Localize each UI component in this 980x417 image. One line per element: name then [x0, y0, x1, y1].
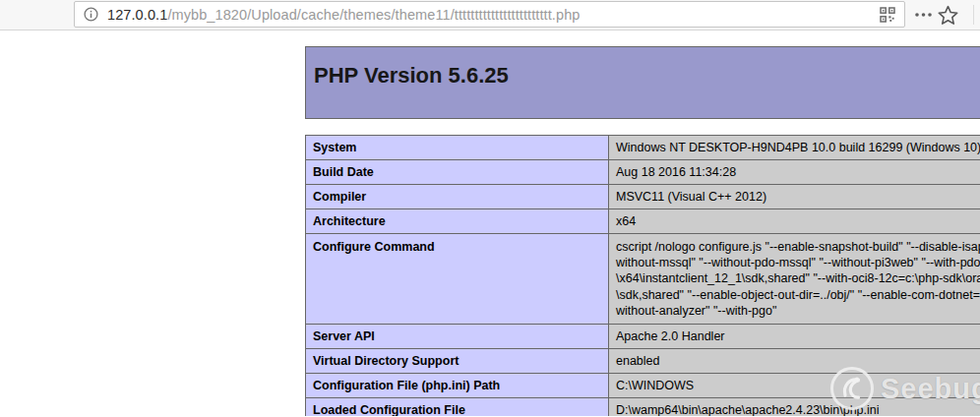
page-viewport: PHP Version 5.6.25 System Windows NT DES…	[0, 30, 980, 416]
page-info-icon[interactable]	[84, 7, 98, 22]
row-label: Server API	[306, 325, 609, 349]
toolbar-separator	[973, 5, 974, 25]
row-value: D:\wamp64\bin\apache\apache2.4.23\bin\ph…	[609, 398, 980, 416]
phpinfo-header: PHP Version 5.6.25	[305, 46, 980, 119]
url-text[interactable]: 127.0.0.1/mybb_1820/Upload/cache/themes/…	[107, 7, 880, 23]
row-value: Aug 18 2016 11:34:28	[609, 160, 980, 185]
page-title: PHP Version 5.6.25	[314, 63, 980, 89]
row-value: enabled	[609, 349, 980, 374]
row-value: cscript /nologo configure.js "--enable-s…	[609, 234, 980, 325]
table-row-virtual-directory: Virtual Directory Support enabled	[306, 349, 980, 374]
row-label: Compiler	[306, 185, 609, 209]
screen: { "browser": { "address": { "host": "127…	[0, 0, 980, 417]
phpinfo-table: System Windows NT DESKTOP-H9ND4PB 10.0 b…	[305, 135, 980, 416]
row-label: Configure Command	[306, 234, 609, 325]
row-label: Build Date	[306, 160, 609, 185]
more-menu-icon[interactable]	[914, 0, 933, 30]
row-value: Apache 2.0 Handler	[609, 325, 980, 349]
phpinfo-content: PHP Version 5.6.25 System Windows NT DES…	[305, 46, 980, 416]
table-row-build-date: Build Date Aug 18 2016 11:34:28	[306, 160, 980, 185]
row-label: Loaded Configuration File	[306, 398, 609, 416]
row-value: C:\WINDOWS	[609, 374, 980, 398]
row-label: System	[306, 136, 609, 160]
header-table-gap	[305, 119, 980, 135]
row-value: x64	[609, 209, 980, 234]
row-label: Architecture	[306, 209, 609, 234]
url-host: 127.0.0.1	[107, 7, 167, 23]
table-row-config-path: Configuration File (php.ini) Path C:\WIN…	[306, 374, 980, 398]
row-label: Virtual Directory Support	[306, 349, 609, 374]
table-row-system: System Windows NT DESKTOP-H9ND4PB 10.0 b…	[306, 136, 980, 160]
qr-code-icon[interactable]	[880, 7, 895, 23]
table-row-loaded-config: Loaded Configuration File D:\wamp64\bin\…	[306, 398, 980, 416]
row-value: Windows NT DESKTOP-H9ND4PB 10.0 build 16…	[609, 136, 980, 160]
url-path: /mybb_1820/Upload/cache/themes/theme11/t…	[167, 7, 580, 23]
table-row-architecture: Architecture x64	[306, 209, 980, 234]
address-bar[interactable]: 127.0.0.1/mybb_1820/Upload/cache/themes/…	[74, 1, 905, 28]
table-row-compiler: Compiler MSVC11 (Visual C++ 2012)	[306, 185, 980, 209]
table-row-server-api: Server API Apache 2.0 Handler	[306, 325, 980, 349]
row-label: Configuration File (php.ini) Path	[306, 374, 609, 398]
bookmark-star-icon[interactable]	[938, 0, 958, 30]
row-value: MSVC11 (Visual C++ 2012)	[609, 185, 980, 209]
table-row-configure-command: Configure Command cscript /nologo config…	[306, 234, 980, 325]
browser-toolbar: 127.0.0.1/mybb_1820/Upload/cache/themes/…	[0, 0, 980, 30]
